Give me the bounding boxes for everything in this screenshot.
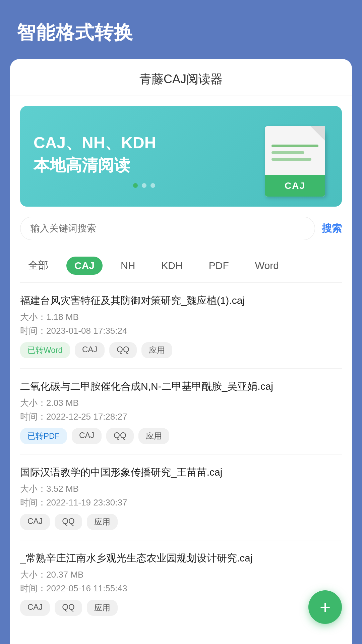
tag-qq[interactable]: QQ [55,514,82,530]
file-time: 时间：2023-01-08 17:35:24 [20,325,342,337]
page-title: 智能格式转换 [0,0,362,59]
tab-pdf[interactable]: PDF [201,257,237,275]
tab-bar: 全部 CAJ NH KDH PDF Word [20,255,342,283]
caj-file-label: CAJ [265,175,325,197]
file-time: 时间：2022-12-25 17:28:27 [20,411,342,423]
banner-dot-2[interactable] [142,183,146,188]
banner-file-icon: CAJ [255,123,328,197]
tab-caj[interactable]: CAJ [66,257,103,275]
file-size: 大小：2.03 MB [20,397,342,409]
tag-converted-word[interactable]: 已转Word [20,342,70,358]
tab-all[interactable]: 全部 [20,255,56,276]
file-name: 二氧化碳与二甲胺催化合成N,N-二甲基甲酰胺_吴亚娟.caj [20,379,342,394]
tag-qq[interactable]: QQ [55,600,82,616]
bottom-fade [10,626,352,644]
tag-app[interactable]: 应用 [87,600,118,616]
tag-qq[interactable]: QQ [106,428,133,444]
banner: CAJ、NH、KDH 本地高清阅读 CAJ [20,106,342,207]
file-size: 大小：20.37 MB [20,569,342,581]
file-name: 福建台风灾害特征及其防御对策研究_魏应植(1).caj [20,293,342,308]
banner-text-line1: CAJ、NH、KDH [34,131,255,154]
tag-caj[interactable]: CAJ [20,514,50,530]
banner-dot-3[interactable] [150,183,155,188]
file-tags: CAJ QQ 应用 [20,514,342,530]
search-row: 搜索 [20,217,342,247]
file-size: 大小：1.18 MB [20,311,342,323]
tag-app[interactable]: 应用 [138,428,169,444]
table-row[interactable]: 二氧化碳与二甲胺催化合成N,N-二甲基甲酰胺_吴亚娟.caj 大小：2.03 M… [20,369,342,454]
table-row[interactable]: 国际汉语教学的中国形象传播研究_王苗苗.caj 大小：3.52 MB 时间：20… [20,454,342,540]
tag-caj[interactable]: CAJ [72,428,102,444]
file-time: 时间：2022-11-19 23:30:37 [20,497,342,508]
file-tags: 已转Word CAJ QQ 应用 [20,342,342,358]
table-row[interactable]: 福建台风灾害特征及其防御对策研究_魏应植(1).caj 大小：1.18 MB 时… [20,283,342,369]
tag-app[interactable]: 应用 [141,342,172,358]
tag-converted-pdf[interactable]: 已转PDF [20,428,67,444]
search-input[interactable] [20,217,315,240]
banner-text-line2: 本地高清阅读 [34,154,255,176]
file-size: 大小：3.52 MB [20,483,342,495]
tag-qq[interactable]: QQ [109,342,136,358]
file-name: 国际汉语教学的中国形象传播研究_王苗苗.caj [20,465,342,480]
main-card: 青藤CAJ阅读器 CAJ、NH、KDH 本地高清阅读 CAJ [10,59,352,644]
banner-dot-1[interactable] [133,183,138,188]
search-button[interactable]: 搜索 [322,222,342,235]
table-row[interactable]: _常熟辛庄江南水乡观光生态农业园规划设计研究.caj 大小：20.37 MB 时… [20,540,342,626]
tab-nh[interactable]: NH [113,257,143,275]
add-button[interactable]: + [308,590,342,624]
tag-app[interactable]: 应用 [87,514,118,530]
file-time: 时间：2022-05-16 11:55:43 [20,583,342,594]
tab-kdh[interactable]: KDH [153,257,190,275]
card-header: 青藤CAJ阅读器 [10,59,352,96]
file-tags: CAJ QQ 应用 [20,600,342,616]
file-tags: 已转PDF CAJ QQ 应用 [20,428,342,444]
file-list: 福建台风灾害特征及其防御对策研究_魏应植(1).caj 大小：1.18 MB 时… [20,283,342,626]
file-name: _常熟辛庄江南水乡观光生态农业园规划设计研究.caj [20,550,342,566]
tag-caj[interactable]: CAJ [75,342,105,358]
tab-word[interactable]: Word [247,257,287,275]
tag-caj[interactable]: CAJ [20,600,50,616]
banner-dots [34,183,255,188]
